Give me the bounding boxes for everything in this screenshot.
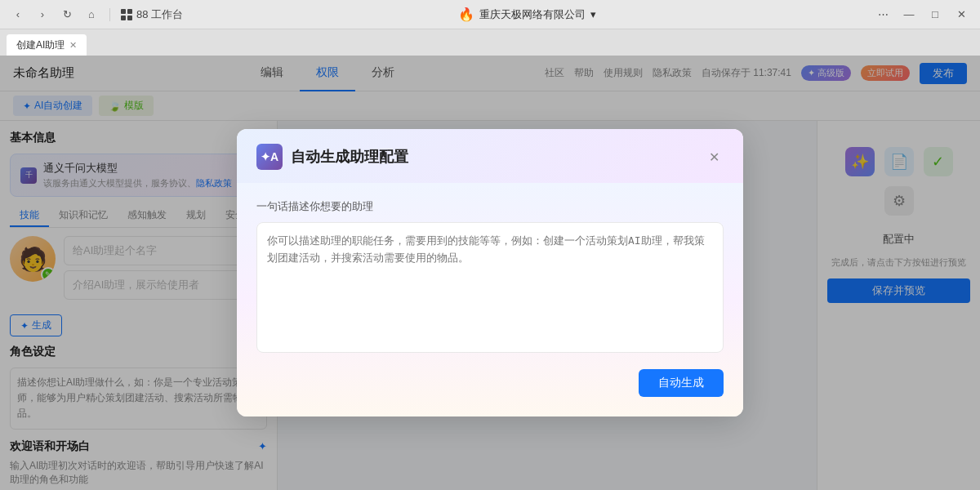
- apps-text: 88 工作台: [136, 7, 183, 22]
- back-button[interactable]: ‹: [7, 6, 29, 24]
- modal-dialog: ✦A 自动生成助理配置 ✕ 一句话描述你想要的助理 自动生成: [237, 129, 743, 416]
- modal-label: 一句话描述你想要的助理: [256, 199, 724, 214]
- home-button[interactable]: ⌂: [80, 6, 103, 24]
- modal-title-area: ✦A 自动生成助理配置: [256, 144, 408, 170]
- svg-rect-0: [121, 9, 126, 14]
- modal-header: ✦A 自动生成助理配置 ✕: [237, 129, 743, 183]
- refresh-button[interactable]: ↻: [56, 6, 78, 24]
- tab-label: 创建AI助理: [16, 38, 65, 52]
- modal-submit-button[interactable]: 自动生成: [639, 369, 724, 397]
- window-controls: ⋯ — □ ✕: [871, 6, 973, 24]
- separator: [109, 8, 110, 21]
- modal-footer: 自动生成: [256, 356, 724, 397]
- modal-textarea[interactable]: [256, 222, 724, 353]
- app-area: 未命名助理 编辑 权限 分析 社区 帮助 使用规则 隐私政策 自动保存于 11:…: [0, 56, 980, 490]
- minimize-button[interactable]: —: [897, 6, 921, 24]
- apps-label[interactable]: 88 工作台: [120, 7, 183, 22]
- dropdown-icon[interactable]: ▾: [590, 8, 596, 20]
- modal-close-button[interactable]: ✕: [704, 147, 724, 167]
- company-name: 重庆天极网络有限公司: [479, 7, 586, 22]
- close-button[interactable]: ✕: [949, 6, 973, 24]
- titlebar-center: 🔥 重庆天极网络有限公司 ▾: [186, 7, 867, 22]
- modal-body: 一句话描述你想要的助理 自动生成: [237, 183, 743, 416]
- maximize-button[interactable]: □: [923, 6, 947, 24]
- forward-button[interactable]: ›: [31, 6, 54, 24]
- tab-close-icon[interactable]: ✕: [69, 40, 77, 51]
- svg-rect-2: [121, 16, 126, 20]
- modal-title: 自动生成助理配置: [291, 147, 408, 167]
- modal-icon: ✦A: [256, 144, 283, 170]
- grid-icon: [120, 8, 133, 21]
- ellipsis-button[interactable]: ⋯: [871, 6, 895, 24]
- nav-buttons: ‹ › ↻ ⌂: [7, 6, 103, 24]
- modal-overlay: ✦A 自动生成助理配置 ✕ 一句话描述你想要的助理 自动生成: [0, 56, 980, 490]
- svg-rect-1: [127, 9, 132, 14]
- tab-create-ai[interactable]: 创建AI助理 ✕: [7, 34, 87, 56]
- titlebar: ‹ › ↻ ⌂ 88 工作台 🔥 重庆天极网络有限公司 ▾ ⋯ — □ ✕: [0, 0, 980, 29]
- tabbar: 创建AI助理 ✕: [0, 29, 980, 56]
- svg-rect-3: [127, 16, 132, 20]
